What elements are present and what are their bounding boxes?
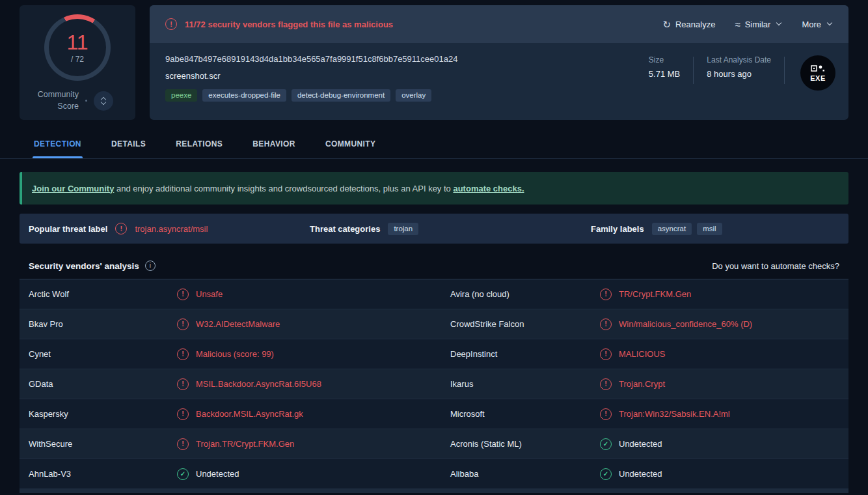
file-report-page: 11 / 72 Community Score ! — [0, 0, 868, 493]
threat-category-chip[interactable]: trojan — [388, 223, 418, 235]
vendor-name: Bkav Pro — [29, 319, 177, 329]
tab-detection[interactable]: DETECTION — [33, 139, 83, 158]
result-text: Undetected — [196, 469, 239, 479]
community-score-label: Community Score — [38, 89, 79, 112]
vendor-result: !Trojan.Crypt — [600, 378, 839, 390]
family-label-chip[interactable]: msil — [697, 223, 722, 235]
tab-behavior[interactable]: BEHAVIOR — [251, 139, 297, 158]
vendor-name: WithSecure — [29, 439, 177, 449]
result-text: Unsafe — [196, 289, 223, 299]
threat-categories-group: Threat categories trojan — [310, 223, 591, 235]
similar-label: Similar — [745, 20, 771, 29]
similar-button[interactable]: ≈ Similar — [735, 20, 782, 29]
chevron-down-icon — [827, 20, 833, 26]
vendor-result: ✓Undetected — [600, 438, 839, 450]
partial-next-row — [20, 489, 848, 493]
meta-divider — [693, 57, 694, 84]
tab-details[interactable]: DETAILS — [110, 139, 147, 158]
analysis-header: Security vendors' analysis i Do you want… — [20, 253, 848, 279]
tab-community[interactable]: COMMUNITY — [324, 139, 377, 158]
malicious-alert-icon: ! — [600, 378, 612, 390]
vendor-name: DeepInstinct — [450, 349, 600, 359]
file-tag[interactable]: overlay — [396, 89, 431, 102]
malicious-alert-icon: ! — [177, 348, 189, 360]
reanalyze-icon: ↻ — [662, 20, 671, 29]
similar-icon: ≈ — [735, 20, 740, 29]
header-actions: ↻ Reanalyze ≈ Similar More — [662, 20, 833, 29]
vendor-result: !Trojan:Win32/Sabsik.EN.A!ml — [600, 408, 839, 420]
tag-list: peexeexecutes-dropped-filedetect-debug-e… — [165, 89, 457, 102]
automate-checks-link[interactable]: automate checks. — [453, 184, 524, 193]
malicious-alert-icon: ! — [177, 408, 189, 420]
file-hash: 9abe847b497e68919143d4da1bb34e565a7fa999… — [165, 54, 457, 64]
join-community-link[interactable]: Join our Community — [32, 184, 114, 193]
malicious-warning: ! 11/72 security vendors flagged this fi… — [165, 18, 393, 30]
vendor-name: Avira (no cloud) — [450, 289, 600, 299]
detection-score-gauge: 11 / 72 — [44, 14, 111, 81]
community-score-label-line1: Community — [38, 89, 79, 101]
file-type-label: EXE — [810, 74, 826, 82]
analysis-header-left: Security vendors' analysis i — [29, 261, 156, 271]
last-analysis-label: Last Analysis Date — [707, 55, 771, 64]
malicious-alert-icon: ! — [177, 289, 189, 300]
vote-down-icon[interactable] — [101, 102, 107, 105]
alert-icon: ! — [115, 223, 127, 234]
malicious-alert-icon: ! — [600, 408, 612, 420]
banner-text: and enjoy additional community insights … — [114, 184, 453, 193]
community-vote-widget[interactable] — [94, 91, 113, 111]
vendor-name: Cynet — [29, 349, 177, 359]
result-text: Trojan.TR/Crypt.FKM.Gen — [196, 439, 294, 449]
malicious-alert-icon: ! — [177, 318, 189, 330]
file-type-badge: EXE — [800, 55, 835, 91]
file-tag[interactable]: detect-debug-environment — [292, 89, 390, 102]
warning-text: 11/72 security vendors flagged this file… — [185, 20, 393, 29]
undetected-check-icon: ✓ — [177, 468, 189, 480]
header-top-bar: ! 11/72 security vendors flagged this fi… — [150, 5, 848, 43]
malicious-alert-icon: ! — [600, 289, 612, 300]
malicious-alert-icon: ! — [600, 318, 612, 330]
undetected-check-icon: ✓ — [600, 468, 612, 480]
popular-threat-label-title: Popular threat label — [29, 224, 107, 234]
table-row: Cynet!Malicious (score: 99)DeepInstinct!… — [20, 339, 848, 369]
score-card: 11 / 72 Community Score — [20, 5, 135, 120]
tab-relations[interactable]: RELATIONS — [174, 139, 224, 158]
popular-threat-label-group: Popular threat label ! trojan.asyncrat/m… — [29, 223, 310, 234]
more-label: More — [802, 20, 821, 29]
automate-checks-question: Do you want to automate checks? — [712, 261, 839, 271]
family-label-chips: asyncratmsil — [652, 223, 722, 235]
vote-separator-dot — [85, 100, 87, 102]
reanalyze-button[interactable]: ↻ Reanalyze — [662, 20, 715, 29]
reanalyze-label: Reanalyze — [675, 20, 715, 29]
table-row: GData!MSIL.Backdoor.AsyncRat.6I5U68Ikaru… — [20, 369, 848, 399]
info-icon[interactable]: i — [145, 261, 156, 271]
file-tag[interactable]: peexe — [165, 89, 197, 102]
threat-summary-row: Popular threat label ! trojan.asyncrat/m… — [20, 214, 848, 244]
vendor-name: AhnLab-V3 — [29, 469, 177, 479]
size-value: 5.71 MB — [649, 69, 680, 79]
result-text: MSIL.Backdoor.AsyncRat.6I5U68 — [196, 379, 321, 389]
family-label-chip[interactable]: asyncrat — [652, 223, 692, 235]
file-name: screenshot.scr — [165, 71, 457, 81]
file-header-card: ! 11/72 security vendors flagged this fi… — [150, 5, 848, 120]
table-row: Kaspersky!Backdoor.MSIL.AsyncRat.gkMicro… — [20, 399, 848, 429]
result-text: Win/malicious_confidence_60% (D) — [619, 319, 752, 329]
popular-threat-label-value: trojan.asyncrat/msil — [135, 224, 208, 234]
vendor-name: CrowdStrike Falcon — [450, 319, 600, 329]
file-tag[interactable]: executes-dropped-file — [202, 89, 286, 102]
result-text: Trojan.Crypt — [619, 379, 665, 389]
vendor-result: ✓Undetected — [600, 468, 839, 480]
gauge-inner: 11 / 72 — [49, 19, 106, 76]
file-meta: Size 5.71 MB Last Analysis Date 8 hours … — [649, 55, 835, 120]
chevron-down-icon — [776, 20, 782, 26]
vendor-name: Ikarus — [450, 379, 600, 389]
result-text: Trojan:Win32/Sabsik.EN.A!ml — [619, 409, 730, 419]
result-text: MALICIOUS — [619, 349, 666, 359]
vendor-result: !Trojan.TR/Crypt.FKM.Gen — [177, 438, 450, 450]
more-button[interactable]: More — [802, 20, 833, 29]
vendor-result: !TR/Crypt.FKM.Gen — [600, 289, 839, 300]
tab-bar: DETECTIONDETAILSRELATIONSBEHAVIORCOMMUNI… — [33, 139, 868, 158]
vendor-result: !Unsafe — [177, 289, 450, 300]
tab-bar-divider — [0, 158, 868, 159]
result-text: Undetected — [619, 469, 662, 479]
vendor-result: !Win/malicious_confidence_60% (D) — [600, 318, 839, 330]
